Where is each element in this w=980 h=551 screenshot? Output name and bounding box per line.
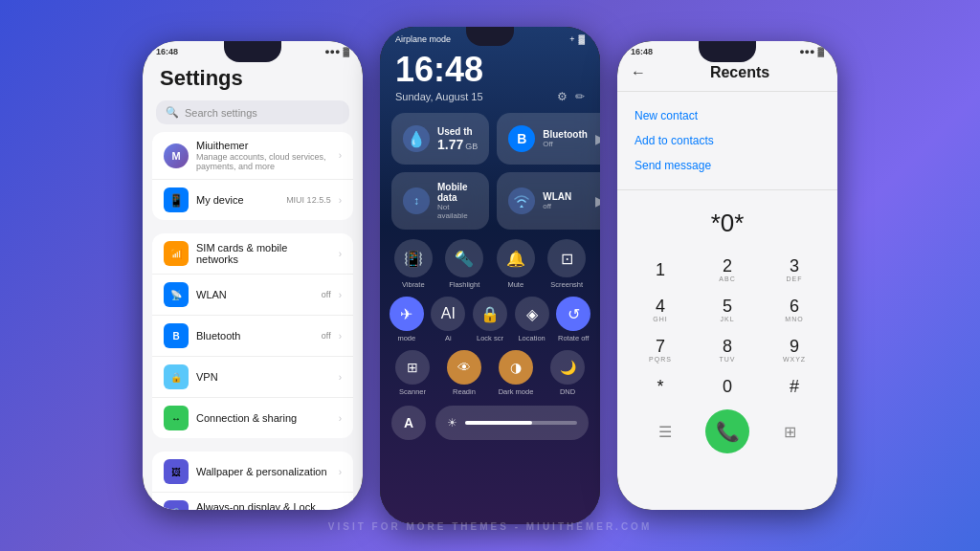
mobile-data-icon: ↕ xyxy=(403,187,430,214)
always-on-icon: 🔓 xyxy=(164,500,189,510)
my-device-title: My device xyxy=(196,194,278,206)
dial-key-9[interactable]: 9 WXYZ xyxy=(761,330,828,370)
miuithemer-subtitle: Manage accounts, cloud services, payment… xyxy=(196,152,331,171)
dial-key-4[interactable]: 4 GHI xyxy=(627,290,694,330)
my-device-badge: MIUI 12.5.5 xyxy=(286,195,331,205)
bluetooth-tile[interactable]: B Bluetooth Off ▶ xyxy=(497,113,600,165)
cc-date-text: Sunday, August 15 xyxy=(395,91,483,102)
divider-2 xyxy=(143,442,363,448)
mute-btn[interactable]: 🔔 Mute xyxy=(494,239,538,289)
vibrate-label: Vibrate xyxy=(402,280,425,289)
dial-key-3[interactable]: 3 DEF xyxy=(761,250,828,290)
dial-bottom-row: ☰ 📞 ⊞ xyxy=(617,404,837,457)
new-contact-link[interactable]: New contact xyxy=(635,103,820,128)
mobile-data-label: Mobile data xyxy=(437,182,478,203)
vpn-item[interactable]: 🔒 VPN › xyxy=(152,357,353,398)
location-btn[interactable]: ◈ Location xyxy=(513,297,551,342)
quick-buttons-row3: ⊞ Scanner 👁 Readin ◑ Dark mode 🌙 DND xyxy=(380,346,600,400)
my-device-chevron: › xyxy=(339,195,342,206)
dial-letters-7: PQRS xyxy=(649,356,672,363)
dial-key-1[interactable]: 1 xyxy=(627,250,694,290)
scanner-btn[interactable]: ⊞ Scanner xyxy=(390,350,435,396)
dial-key-hash[interactable]: # xyxy=(761,370,828,404)
my-device-item[interactable]: 📱 My device MIUI 12.5.5 › xyxy=(152,180,353,220)
recents-signal: ●●● xyxy=(799,47,814,56)
dial-digit-hash: # xyxy=(790,378,799,395)
sim-chevron: › xyxy=(339,249,342,259)
center-phone: Airplane mode + ▓ 16:48 Sunday, August 1… xyxy=(380,27,600,524)
brightness-slider[interactable]: ☀ xyxy=(435,406,589,440)
rotate-btn[interactable]: ↺ Rotate off xyxy=(554,297,592,342)
connection-sharing-chevron: › xyxy=(339,413,342,424)
dial-key-2[interactable]: 2 ABC xyxy=(694,250,761,290)
left-phone-notch xyxy=(224,41,281,62)
dial-key-7[interactable]: 7 PQRS xyxy=(627,330,694,370)
dial-key-5[interactable]: 5 JKL xyxy=(694,290,761,330)
cc-time: 16:48 xyxy=(380,46,600,90)
sim-text: SIM cards & mobile networks xyxy=(196,242,331,265)
airplane-btn[interactable]: ✈ mode xyxy=(388,297,426,342)
dark-mode-label: Dark mode xyxy=(499,387,534,396)
dark-mode-btn[interactable]: ◑ Dark mode xyxy=(493,350,539,396)
dial-key-6[interactable]: 6 MNO xyxy=(761,290,828,330)
miuithemer-item[interactable]: M Miuithemer Manage accounts, cloud serv… xyxy=(152,132,353,180)
cc-text-btn[interactable]: A xyxy=(391,406,426,440)
location-icon: ◈ xyxy=(515,297,549,331)
send-message-link[interactable]: Send message xyxy=(635,153,820,178)
connection-sharing-item[interactable]: ↔ Connection & sharing › xyxy=(152,398,353,438)
bluetooth-title: Bluetooth xyxy=(196,330,314,342)
quick-buttons-row2: ✈ mode AI Ai 🔒 Lock scr ◈ Location ↺ xyxy=(380,293,600,346)
storage-tile-unit: GB xyxy=(465,142,478,151)
bluetooth-chevron: › xyxy=(339,331,342,342)
recents-header: ← Recents xyxy=(617,58,837,87)
ai-btn[interactable]: AI Ai xyxy=(430,297,468,342)
wlan-badge: off xyxy=(322,290,331,299)
dial-call-button[interactable]: 📞 xyxy=(705,409,749,453)
sim-title: SIM cards & mobile networks xyxy=(196,242,331,265)
airplane-icon: ✈ xyxy=(390,297,424,331)
wlan-item[interactable]: 📡 WLAN off › xyxy=(152,275,353,316)
wlan-tile[interactable]: WLAN off ▶ xyxy=(497,172,600,230)
connection-sharing-icon: ↔ xyxy=(164,406,189,430)
mute-label: Mute xyxy=(507,280,523,289)
always-on-title: Always-on display & Lock screen xyxy=(196,501,331,510)
wallpaper-text: Wallpaper & personalization xyxy=(196,466,331,477)
vpn-title: VPN xyxy=(196,371,331,383)
always-on-item[interactable]: 🔓 Always-on display & Lock screen › xyxy=(152,493,353,510)
dial-pad-btn[interactable]: ⊞ xyxy=(772,414,807,449)
lock-screen-btn[interactable]: 🔒 Lock scr xyxy=(471,297,509,342)
vibrate-btn[interactable]: 📳 Vibrate xyxy=(391,239,435,289)
mobile-data-tile[interactable]: ↕ Mobile data Not available xyxy=(391,172,489,230)
dial-digit-star: * xyxy=(657,378,663,395)
wallpaper-item[interactable]: 🖼 Wallpaper & personalization › xyxy=(152,452,353,493)
add-to-contacts-link[interactable]: Add to contacts xyxy=(635,128,820,153)
dial-digit-0: 0 xyxy=(723,378,732,395)
vpn-chevron: › xyxy=(339,372,342,383)
bluetooth-icon: B xyxy=(164,323,189,348)
dial-digit-4: 4 xyxy=(656,298,665,315)
storage-tile-info: Used th 1.77 GB xyxy=(437,126,478,152)
bluetooth-item[interactable]: B Bluetooth off › xyxy=(152,316,353,357)
dial-letters-6: MNO xyxy=(785,316,803,322)
storage-tile[interactable]: 💧 Used th 1.77 GB xyxy=(391,113,489,165)
dial-key-star[interactable]: * xyxy=(627,370,694,404)
dial-key-8[interactable]: 8 TUV xyxy=(694,330,761,370)
search-bar[interactable]: 🔍 Search settings xyxy=(156,100,349,124)
dial-letters-4: GHI xyxy=(653,316,667,322)
sun-icon: ☀ xyxy=(447,416,457,430)
lock-screen-icon: 🔒 xyxy=(473,297,507,331)
recents-battery: ▓ xyxy=(817,47,824,56)
reader-btn[interactable]: 👁 Readin xyxy=(441,350,487,396)
dial-menu-btn[interactable]: ☰ xyxy=(648,414,682,449)
screenshot-btn[interactable]: ⊡ Screensht xyxy=(546,239,590,289)
cc-date-row: Sunday, August 15 ⚙ ✏ xyxy=(380,90,600,103)
dial-key-0[interactable]: 0 xyxy=(694,370,761,404)
my-device-text: My device xyxy=(196,194,278,206)
dnd-btn[interactable]: 🌙 DND xyxy=(545,350,590,396)
flashlight-btn[interactable]: 🔦 Flashlight xyxy=(443,239,487,289)
back-button[interactable]: ← xyxy=(631,64,646,81)
sim-item[interactable]: 📶 SIM cards & mobile networks › xyxy=(152,233,353,275)
miuithemer-text: Miuithemer Manage accounts, cloud servic… xyxy=(196,140,331,171)
slider-track xyxy=(465,421,577,425)
reader-label: Readin xyxy=(453,387,476,396)
